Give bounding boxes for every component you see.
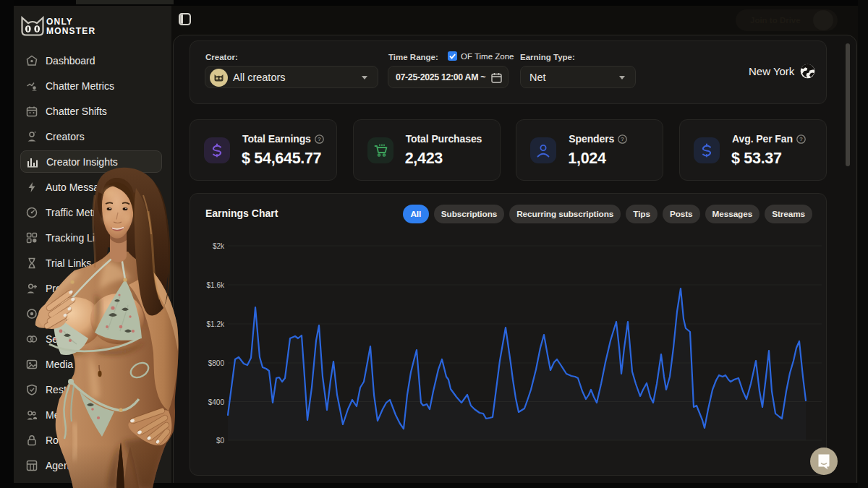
svg-text:?: ? — [799, 136, 803, 142]
svg-text:?: ? — [621, 136, 624, 142]
svg-text:?: ? — [318, 136, 321, 142]
